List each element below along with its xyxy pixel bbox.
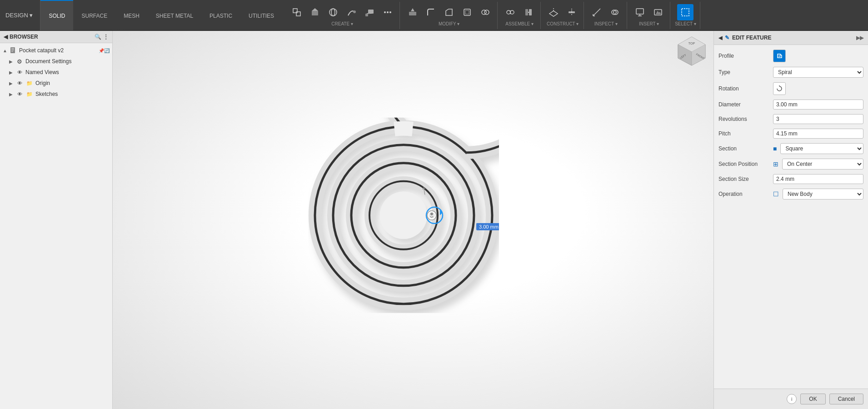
panel-title: EDIT FEATURE	[732, 35, 771, 41]
select-icons	[677, 4, 693, 20]
assemble-label: ASSEMBLE ▾	[505, 21, 534, 26]
section-position-select[interactable]: On Center Inside Outside	[782, 159, 863, 170]
tab-strip: SOLID SURFACE MESH SHEET METAL PLASTIC U…	[40, 0, 282, 30]
tree-expand-origin[interactable]: ▶	[9, 81, 15, 86]
browser-header-left: ◀ BROWSER	[4, 34, 38, 40]
svg-marker-27	[549, 11, 558, 16]
svg-point-22	[510, 10, 514, 14]
svg-rect-2	[312, 11, 318, 15]
tree-expand-doc-settings[interactable]: ▶	[9, 59, 15, 64]
revolutions-input[interactable]	[773, 114, 863, 124]
svg-point-6	[353, 10, 356, 13]
form-row-section: Section ■ Square Circular Triangular	[718, 143, 863, 154]
construct-offset-plane-btn[interactable]	[545, 4, 562, 20]
tab-sheet-metal[interactable]: SHEET METAL	[148, 0, 201, 30]
diameter-input[interactable]	[773, 100, 863, 110]
label-section-position: Section Position	[718, 161, 773, 167]
svg-point-21	[507, 10, 510, 14]
cancel-button[interactable]: Cancel	[829, 394, 863, 404]
canvas-area[interactable]: ↑ 3.00 mm	[113, 31, 713, 409]
assemble-joint-btn[interactable]	[502, 4, 519, 20]
tab-mesh[interactable]: MESH	[115, 0, 148, 30]
select-select-btn[interactable]	[677, 4, 693, 20]
create-more-btn[interactable]	[379, 4, 396, 20]
modify-press-pull-btn[interactable]	[404, 4, 421, 20]
create-new-component-btn[interactable]	[289, 4, 305, 20]
tree-icon-origin-vis: 👁	[15, 79, 24, 87]
tree-label-doc-settings: Document Settings	[25, 58, 110, 65]
form-row-profile: Profile	[718, 50, 863, 62]
dimension-label-fo[interactable]: 3.00 mm	[476, 223, 499, 233]
svg-line-10	[368, 13, 374, 14]
tab-plastic[interactable]: PLASTIC	[201, 0, 240, 30]
insert-decal-btn[interactable]	[650, 4, 666, 20]
tree-item-sketches[interactable]: ▶ 👁 📁 Sketches	[0, 89, 112, 100]
section-size-input[interactable]	[773, 174, 863, 184]
create-extrude-btn[interactable]	[307, 4, 323, 20]
browser-menu-icon[interactable]: ⋮	[103, 34, 109, 40]
modify-fillet-btn[interactable]	[423, 4, 439, 20]
ok-button[interactable]: OK	[800, 394, 825, 404]
create-loft-btn[interactable]	[361, 4, 378, 20]
tree-item-named-views[interactable]: ▶ 👁 Named Views	[0, 67, 112, 78]
tree-label-origin: Origin	[35, 80, 110, 86]
browser-search-icon[interactable]: 🔍	[95, 34, 101, 40]
toolbar-groups: CREATE ▾ MODIFY ▾	[282, 0, 868, 30]
tab-utilities[interactable]: UTILITIES	[240, 0, 282, 30]
tree-icon-document	[9, 46, 17, 55]
insert-canvas-btn[interactable]	[632, 4, 648, 20]
svg-rect-36	[636, 9, 644, 14]
info-button[interactable]: i	[787, 394, 797, 404]
design-button[interactable]: DESIGN ▾	[0, 0, 40, 30]
value-type: Spiral Coil Spring	[773, 67, 863, 78]
panel-collapse-icon[interactable]: ◀	[718, 35, 722, 41]
toolbar: DESIGN ▾ SOLID SURFACE MESH SHEET METAL …	[0, 0, 868, 31]
section-select[interactable]: Square Circular Triangular	[780, 143, 863, 154]
label-diameter: Diameter	[718, 101, 773, 108]
form-row-section-size: Section Size	[718, 174, 863, 184]
profile-select-btn[interactable]	[773, 50, 786, 62]
inspect-interference-btn[interactable]	[607, 4, 623, 20]
inspect-measure-btn[interactable]	[589, 4, 605, 20]
form-row-section-position: Section Position ⊞ On Center Inside Outs…	[718, 159, 863, 170]
svg-point-13	[389, 11, 391, 13]
svg-point-54	[380, 192, 427, 239]
operation-select[interactable]: New Body Join Cut Intersect	[783, 189, 863, 200]
panel-edit-icon: ✎	[725, 35, 729, 41]
type-select[interactable]: Spiral Coil Spring	[773, 67, 863, 78]
svg-rect-8	[368, 10, 374, 13]
svg-rect-41	[682, 9, 689, 16]
modify-chamfer-btn[interactable]	[441, 4, 457, 20]
tree-expand-named-views[interactable]: ▶	[9, 70, 15, 75]
tree-refresh-icon[interactable]: 🔄	[104, 48, 110, 53]
tree-item-doc-settings[interactable]: ▶ ⚙ Document Settings	[0, 56, 112, 67]
tree-pin-icon[interactable]: 📌	[99, 48, 104, 53]
tree-expand-document[interactable]: ▲	[3, 48, 9, 53]
tab-surface[interactable]: SURFACE	[73, 0, 115, 30]
modify-shell-btn[interactable]	[459, 4, 475, 20]
tree-expand-sketches[interactable]: ▶	[9, 92, 15, 97]
construct-midplane-btn[interactable]	[564, 4, 580, 20]
browser-header: ◀ BROWSER 🔍 ⋮	[0, 31, 112, 43]
tab-solid[interactable]: SOLID	[40, 0, 73, 30]
modify-label: MODIFY ▾	[439, 21, 459, 26]
tree-item-document[interactable]: ▲ Pocket catapult v2 📌 🔄	[0, 45, 112, 56]
tree-item-origin[interactable]: ▶ 👁 📁 Origin	[0, 78, 112, 89]
svg-point-4	[329, 9, 337, 16]
pitch-input[interactable]	[773, 129, 863, 139]
panel-expand-btn[interactable]: ▶▶	[856, 35, 863, 41]
label-section-size: Section Size	[718, 176, 773, 182]
form-row-pitch: Pitch	[718, 129, 863, 139]
svg-rect-7	[365, 14, 368, 16]
value-section-position: ⊞ On Center Inside Outside	[773, 159, 863, 170]
assemble-as-built-joint-btn[interactable]	[520, 4, 537, 20]
modify-combine-btn[interactable]	[477, 4, 494, 20]
label-operation: Operation	[718, 191, 773, 197]
insert-icons	[632, 4, 666, 20]
browser-collapse-icon[interactable]: ◀	[4, 34, 8, 40]
create-revolve-btn[interactable]	[325, 4, 341, 20]
create-sweep-btn[interactable]	[343, 4, 359, 20]
viewcube[interactable]: TOP LEFT FRONT	[673, 35, 710, 71]
tree-icon-sketches-folder: 📁	[25, 90, 34, 98]
rotation-btn[interactable]	[773, 82, 786, 95]
